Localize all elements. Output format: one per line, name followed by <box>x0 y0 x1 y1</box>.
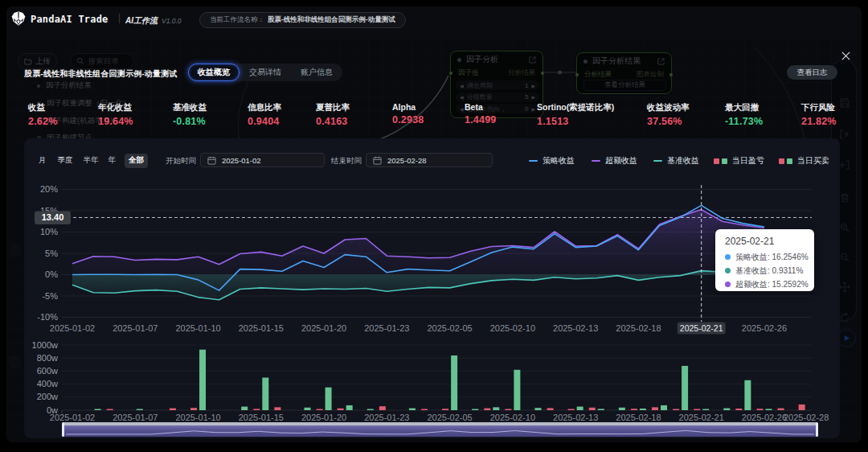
bar-daily-trade[interactable] <box>765 409 772 410</box>
tooltip-series-dot <box>725 281 731 287</box>
stat-item: 下行风险21.82% <box>801 102 837 127</box>
bar-daily-trade[interactable] <box>514 370 520 410</box>
stat-value: 0.4163 <box>316 116 350 127</box>
bar-daily-trade[interactable] <box>241 407 248 410</box>
bar-daily-trade[interactable] <box>262 378 268 411</box>
stat-label: 最大回撤 <box>725 102 763 113</box>
stat-label: 年化收益 <box>98 102 133 113</box>
bar-daily-pnl[interactable] <box>484 409 490 410</box>
stat-item: 最大回撤-11.73% <box>725 102 763 127</box>
bar-daily-trade[interactable] <box>367 409 374 411</box>
tab-收益概览[interactable]: 收益概览 <box>188 64 240 81</box>
bar-daily-pnl[interactable] <box>547 408 554 410</box>
x-axis-label: 2025-01-15 <box>239 413 284 422</box>
view-logs-button[interactable]: 查看日志 <box>787 65 837 80</box>
bar-daily-trade[interactable] <box>326 388 332 410</box>
stat-item: Sortino(索提诺比率)1.1513 <box>537 102 614 127</box>
x-axis-label: 2025-01-23 <box>364 413 409 422</box>
bar-daily-trade[interactable] <box>493 407 499 410</box>
bar-daily-pnl[interactable] <box>274 407 280 410</box>
bar-daily-pnl[interactable] <box>756 409 763 410</box>
bar-daily-trade[interactable] <box>472 409 478 411</box>
x-axis-label: 2025-01-20 <box>301 323 346 333</box>
stat-label: 信息比率 <box>248 102 281 113</box>
bar-daily-pnl[interactable] <box>631 409 637 410</box>
x-axis-label: 2025-02-13 <box>553 413 598 422</box>
bar-daily-trade[interactable] <box>577 407 583 410</box>
bar-daily-trade[interactable] <box>723 409 730 410</box>
bar-daily-trade[interactable] <box>409 409 416 410</box>
stat-item: Beta1.4499 <box>465 102 496 125</box>
stat-value: -11.73% <box>725 116 763 127</box>
y-axis-label: 10% <box>40 227 58 236</box>
modal-title: 股票-线性和非线性组合回测示例-动量测试 <box>24 68 178 80</box>
bar-daily-pnl[interactable] <box>673 409 679 411</box>
stat-value: 1.4499 <box>465 114 496 125</box>
stat-item: Alpha0.2938 <box>392 102 424 125</box>
x-axis-label: 2025-02-13 <box>553 323 598 333</box>
bar-daily-pnl[interactable] <box>778 409 784 410</box>
bar-daily-pnl[interactable] <box>253 409 260 410</box>
x-axis-label: 2025-01-02 <box>50 413 95 422</box>
bar-daily-pnl[interactable] <box>107 409 113 411</box>
y-axis-label: -10% <box>37 312 58 322</box>
bar-daily-pnl[interactable] <box>799 405 805 410</box>
x-axis-label: 2025-02-26 <box>742 413 787 422</box>
bar-daily-pnl[interactable] <box>317 409 323 411</box>
y-axis-label: 0% <box>45 269 58 279</box>
x-axis-label: 2025-01-07 <box>113 413 158 422</box>
bar-daily-pnl[interactable] <box>442 409 448 410</box>
stat-item: 信息比率0.9404 <box>248 102 281 127</box>
bar-daily-pnl[interactable] <box>338 409 344 410</box>
stat-value: 21.82% <box>801 116 837 127</box>
bar-daily-pnl[interactable] <box>505 409 511 411</box>
close-icon[interactable] <box>841 51 851 61</box>
x-axis-label: 2025-01-10 <box>175 413 220 422</box>
bar-daily-trade[interactable] <box>346 405 353 410</box>
bar-daily-pnl[interactable] <box>170 409 176 410</box>
bar-daily-pnl[interactable] <box>190 408 197 410</box>
tooltip-series-value: 基准收益: 0.9311% <box>735 265 803 277</box>
bar-daily-trade[interactable] <box>661 405 667 410</box>
y-axis-label: -5% <box>42 291 58 301</box>
bar-daily-pnl[interactable] <box>652 407 658 410</box>
bar-daily-pnl[interactable] <box>735 409 742 410</box>
bar-daily-pnl[interactable] <box>421 409 428 411</box>
tab-bar: 收益概览交易详情账户信息 <box>188 64 342 81</box>
bar-daily-trade[interactable] <box>744 380 751 410</box>
tab-交易详情[interactable]: 交易详情 <box>240 64 291 81</box>
bar-daily-pnl[interactable] <box>694 409 700 411</box>
y-axis-label: 200w <box>37 392 58 401</box>
stat-label: 夏普比率 <box>316 102 350 113</box>
tooltip-row: 策略收益: 16.2546% <box>725 250 814 264</box>
tooltip-series-dot <box>725 254 731 260</box>
bar-daily-pnl[interactable] <box>568 409 575 411</box>
bar-daily-trade[interactable] <box>304 408 310 410</box>
data-zoom-slider[interactable] <box>63 422 817 437</box>
tooltip-series-value: 超额收益: 15.2592% <box>735 279 809 290</box>
bar-daily-trade[interactable] <box>640 409 646 410</box>
tooltip-row: 超额收益: 15.2592% <box>725 277 814 291</box>
bar-daily-trade[interactable] <box>199 350 206 410</box>
bar-daily-trade[interactable] <box>619 408 625 410</box>
slider-handle-right[interactable] <box>816 422 818 437</box>
bar-daily-pnl[interactable] <box>589 408 596 410</box>
stat-label: Beta <box>465 102 496 112</box>
stat-label: Alpha <box>392 102 424 112</box>
slider-preview <box>63 425 817 437</box>
bar-daily-trade[interactable] <box>598 409 604 410</box>
bar-daily-trade[interactable] <box>451 355 457 410</box>
x-axis-label: 2025-02-26 <box>742 323 787 333</box>
excess-return-area <box>72 210 764 275</box>
bar-daily-trade[interactable] <box>137 409 143 411</box>
stat-item: 年化收益19.64% <box>98 102 133 127</box>
bar-daily-pnl[interactable] <box>379 406 386 410</box>
marker-badge-label: 13.40 <box>42 212 64 222</box>
bar-daily-trade[interactable] <box>702 409 709 411</box>
bar-daily-trade[interactable] <box>95 409 101 411</box>
y-axis-label: 600w <box>37 366 58 376</box>
tab-账户信息[interactable]: 账户信息 <box>291 64 342 81</box>
slider-handle-left[interactable] <box>62 422 64 437</box>
bar-daily-trade[interactable] <box>682 366 688 410</box>
bar-daily-trade[interactable] <box>534 408 541 410</box>
